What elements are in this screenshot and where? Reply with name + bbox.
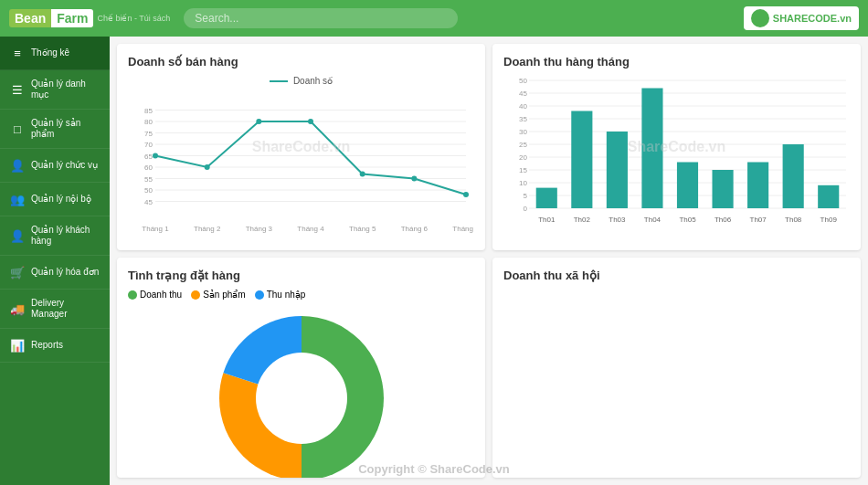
card-doanh-thu-hang-thang: Doanh thu hàng tháng ShareCode.vn — [492, 44, 861, 250]
logo-bean: Bean — [9, 9, 51, 27]
topbar: Bean Farm Chế biến - Túi sách SHARECODE.… — [0, 0, 868, 37]
sidebar-item-quan-ly-hoa-don[interactable]: 🛒Quản lý hóa đơn — [0, 256, 110, 290]
legend-text: Doanh thu — [140, 290, 182, 300]
sidebar-item-quan-ly-danh-muc[interactable]: ☰Quản lý danh mục — [0, 70, 110, 110]
sidebar-icon-thong-ke: ≡ — [9, 45, 26, 61]
line-chart-canvas — [128, 90, 475, 236]
legend-text: Thu nhập — [267, 290, 306, 300]
main-layout: ≡Thống kê☰Quản lý danh mục□Quản lý sản p… — [0, 37, 868, 485]
sidebar-icon-quan-ly-chuc-vu: 👤 — [9, 157, 26, 174]
card-title-xa-hoi: Doanh thu xã hội — [503, 269, 850, 282]
sidebar-label-quan-ly-chuc-vu: Quản lý chức vụ — [31, 160, 98, 171]
sidebar-label-thong-ke: Thống kê — [31, 47, 69, 58]
card-doanh-thu-xa-hoi: Doanh thu xã hội — [492, 258, 861, 478]
legend-color-doanh-so — [270, 80, 288, 82]
sidebar-label-reports: Reports — [31, 340, 63, 351]
sidebar-icon-quan-ly-khach-hang: 👤 — [9, 227, 26, 244]
sidebar-icon-quan-ly-noi-bo: 👥 — [9, 191, 26, 207]
donut-legend: Doanh thuSản phẩmThu nhập — [128, 290, 474, 300]
card-title-doanh-thu: Doanh thu hàng tháng — [503, 55, 850, 69]
sidebar-item-reports[interactable]: 📊Reports — [0, 329, 110, 363]
sidebar-item-quan-ly-chuc-vu[interactable]: 👤Quản lý chức vụ — [0, 149, 110, 183]
sidebar-label-quan-ly-danh-muc: Quản lý danh mục — [31, 79, 101, 100]
sidebar-label-quan-ly-noi-bo: Quản lý nội bộ — [31, 194, 91, 205]
legend-item-thu-nhập: Thu nhập — [255, 290, 306, 300]
sidebar-item-quan-ly-noi-bo[interactable]: 👥Quản lý nội bộ — [0, 183, 110, 216]
sidebar-label-quan-ly-san-pham: Quản lý sản phẩm — [31, 118, 101, 140]
sidebar-item-delivery-manager[interactable]: 🚚Delivery Manager — [0, 290, 110, 329]
legend-dot — [191, 290, 200, 300]
legend-dot — [255, 290, 264, 300]
card-title-doanh-so: Doanh số bán hàng — [128, 55, 474, 69]
sidebar-icon-quan-ly-san-pham: □ — [9, 121, 26, 137]
content-area: Doanh số bán hàng Doanh số ShareCode.vn … — [110, 37, 868, 485]
sharecode-icon — [751, 9, 769, 27]
card-title-tinh-trang: Tình trạng đặt hàng — [128, 269, 474, 282]
sidebar-label-quan-ly-hoa-don: Quản lý hóa đơn — [31, 267, 99, 278]
bar-chart-canvas — [503, 76, 851, 227]
sidebar-item-quan-ly-san-pham[interactable]: □Quản lý sản phẩm — [0, 110, 110, 149]
sidebar-icon-quan-ly-hoa-don: 🛒 — [9, 264, 26, 280]
donut-chart-canvas — [196, 307, 407, 478]
logo-sub: Chế biến - Túi sách — [97, 14, 170, 24]
sidebar-icon-quan-ly-danh-muc: ☰ — [9, 81, 26, 98]
sidebar-item-thong-ke[interactable]: ≡Thống kê — [0, 37, 110, 70]
sidebar: ≡Thống kê☰Quản lý danh mục□Quản lý sản p… — [0, 37, 110, 485]
sidebar-icon-reports: 📊 — [9, 337, 26, 353]
legend-dot — [128, 290, 137, 300]
logo-area: Bean Farm Chế biến - Túi sách — [9, 9, 170, 27]
logo-farm: Farm — [51, 9, 93, 27]
sidebar-label-delivery-manager: Delivery Manager — [31, 298, 101, 320]
sidebar-label-quan-ly-khach-hang: Quản lý khách hàng — [31, 225, 101, 247]
card-tinh-trang-dat-hang: Tình trạng đặt hàng Doanh thuSản phẩmThu… — [117, 258, 485, 478]
topbar-right: SHARECODE.vn — [744, 6, 859, 30]
sharecode-label: SHARECODE.vn — [773, 13, 852, 24]
legend-item-sản-phẩm: Sản phẩm — [191, 290, 245, 300]
sidebar-icon-delivery-manager: 🚚 — [9, 300, 26, 317]
line-chart-legend: Doanh số — [128, 76, 474, 86]
sidebar-item-quan-ly-khach-hang[interactable]: 👤Quản lý khách hàng — [0, 216, 110, 256]
card-doanh-so-ban-hang: Doanh số bán hàng Doanh số ShareCode.vn — [117, 44, 485, 250]
legend-text: Sản phẩm — [203, 290, 245, 300]
sharecode-badge: SHARECODE.vn — [744, 6, 859, 30]
legend-item-doanh-thu: Doanh thu — [128, 290, 182, 300]
search-input[interactable] — [184, 8, 458, 28]
legend-label-doanh-so: Doanh số — [293, 76, 333, 86]
